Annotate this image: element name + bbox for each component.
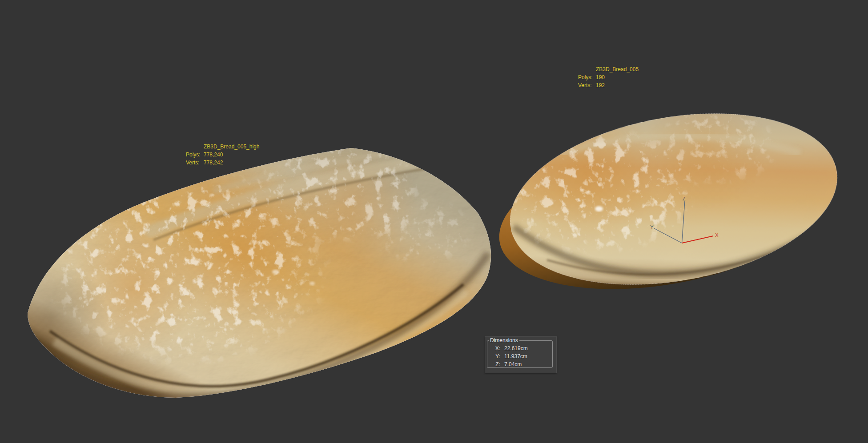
dimension-z-value: 7.04cm xyxy=(504,360,522,368)
dimension-row-z: Z: 7.04cm xyxy=(491,360,528,368)
polys-value: 190 xyxy=(596,73,605,81)
stats-label-low-poly: ZB3D_Bread_005 Polys: 190 Verts: 192 xyxy=(578,65,639,89)
dimension-z-label: Z: xyxy=(491,360,500,368)
viewport-3d[interactable]: Z Y X ZB3D_Bread_005_high Polys: 778,240… xyxy=(0,0,868,443)
model-name-low-poly: ZB3D_Bread_005 xyxy=(596,65,639,73)
gizmo-y-label: Y xyxy=(650,224,654,230)
dimension-x-label: X: xyxy=(491,344,500,352)
verts-row: Verts: 778,242 xyxy=(186,159,259,167)
stats-label-high-poly: ZB3D_Bread_005_high Polys: 778,240 Verts… xyxy=(186,143,259,167)
verts-label: Verts: xyxy=(578,81,596,89)
polys-label: Polys: xyxy=(186,151,204,159)
viewport-canvas: Z Y X xyxy=(0,0,868,443)
dimension-x-value: 22.619cm xyxy=(504,344,528,352)
specular-glint xyxy=(595,206,603,212)
model-name-high-poly: ZB3D_Bread_005_high xyxy=(204,143,259,151)
dimensions-rows: X: 22.619cm Y: 11.937cm Z: 7.04cm xyxy=(491,344,528,368)
dimension-y-label: Y: xyxy=(491,352,500,360)
polys-row: Polys: 190 xyxy=(578,73,639,81)
dimension-y-value: 11.937cm xyxy=(504,352,527,360)
verts-row: Verts: 192 xyxy=(578,81,639,89)
bread-model-low-poly[interactable] xyxy=(487,84,851,312)
polys-label: Polys: xyxy=(578,73,596,81)
bread-model-high-poly[interactable] xyxy=(0,138,491,398)
verts-value: 192 xyxy=(596,81,605,89)
gizmo-z-label: Z xyxy=(683,196,686,201)
specular-glint xyxy=(309,282,315,285)
flour-dusting xyxy=(369,196,476,267)
verts-value: 778,242 xyxy=(204,159,223,167)
verts-label: Verts: xyxy=(186,159,204,167)
polys-row: Polys: 778,240 xyxy=(186,151,259,159)
dimensions-panel: Dimensions X: 22.619cm Y: 11.937cm Z: 7.… xyxy=(485,336,557,373)
flour-dusting xyxy=(649,107,783,187)
gizmo-x-label: X xyxy=(715,232,719,238)
polys-value: 778,240 xyxy=(204,151,223,159)
dimension-row-x: X: 22.619cm xyxy=(491,344,528,352)
dimensions-panel-title: Dimensions xyxy=(489,337,519,343)
dimension-row-y: Y: 11.937cm xyxy=(491,352,528,360)
specular-glint xyxy=(272,270,279,274)
